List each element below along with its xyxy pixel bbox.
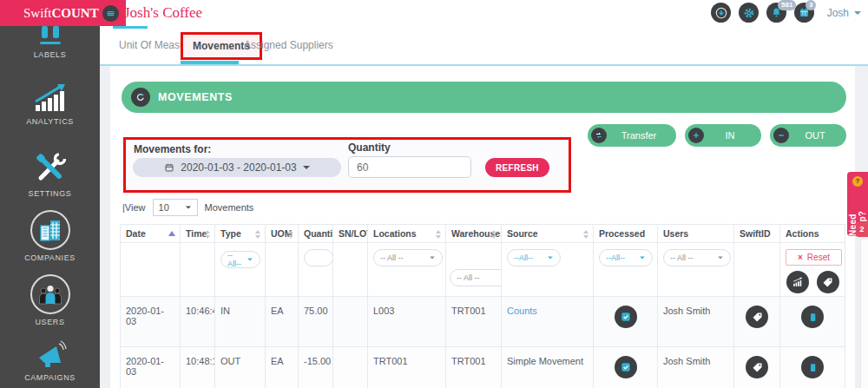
table-row[interactable]: 2020-01-03 10:46:41 IN EA 75.00 L003 TRT…	[121, 297, 845, 347]
col-quantity[interactable]: Quantity	[299, 225, 333, 243]
col-source[interactable]: Source	[502, 225, 594, 243]
active-tab-underline	[181, 61, 239, 64]
calendar-count-badge: 3	[806, 0, 816, 10]
movement-action-buttons: Transfer IN OUT	[588, 124, 846, 147]
cell-uom: EA	[266, 347, 299, 388]
transfer-label: Transfer	[607, 130, 676, 141]
movements-section-header: MOVEMENTS	[122, 82, 846, 113]
page-size-value: 10	[159, 202, 169, 213]
cell-quantity: 75.00	[299, 297, 333, 347]
sidebar-item-campaigns[interactable]: CAMPAIGNS	[0, 339, 100, 382]
reset-filters-button[interactable]: ×Reset	[786, 249, 842, 266]
view-unit-label: Movements	[205, 202, 254, 213]
tab-bar: Unit Of Measure Movements Assigned Suppl…	[100, 26, 868, 66]
sidebar-item-label: LABELS	[0, 50, 100, 59]
calendar-icon[interactable]: 3	[794, 3, 814, 23]
page-size-select[interactable]: 10	[153, 199, 198, 216]
view-controls: |View 10 Movements	[122, 199, 253, 216]
transfer-arrows-icon	[591, 128, 607, 143]
sidebar-item-analytics[interactable]: ANALYTICS	[0, 81, 100, 126]
chevron-down-icon	[303, 166, 310, 169]
settings-tools-icon	[0, 149, 100, 186]
notifications-bell-icon[interactable]: 581	[766, 3, 786, 23]
table-row[interactable]: 2020-01-03 10:48:10 OUT EA -15.00 TRT001…	[121, 347, 845, 388]
sidebar-item-label: COMPANIES	[0, 253, 100, 262]
quantity-filter-input[interactable]	[304, 249, 333, 266]
col-users[interactable]: Users	[658, 225, 734, 243]
scrollbar-track[interactable]	[860, 240, 868, 388]
locations-filter-dropdown[interactable]: -- All --	[373, 249, 443, 266]
swiftid-tag-icon[interactable]	[746, 356, 768, 378]
main-area: Unit Of Measure Movements Assigned Suppl…	[100, 26, 868, 388]
users-filter-dropdown[interactable]: -- All --	[663, 249, 731, 266]
sort-asc-icon	[168, 231, 175, 236]
cell-users: Josh Smith	[658, 297, 734, 347]
sidebar-item-settings[interactable]: SETTINGS	[0, 149, 100, 198]
bulk-action-icons	[786, 271, 839, 293]
refresh-button[interactable]: REFRESH	[485, 158, 549, 177]
sidebar-nav: LABELS ANALYTICS SETTINGS COMPANIES USER…	[0, 26, 100, 388]
top-icon-group: 581 3	[711, 3, 814, 23]
tab-assigned-suppliers[interactable]: Assigned Suppliers	[244, 26, 333, 64]
sidebar-item-label: CAMPAIGNS	[0, 373, 100, 382]
content-card: MOVEMENTS Transfer IN	[110, 66, 855, 388]
device-action-icon[interactable]	[801, 306, 824, 328]
chevron-down-icon	[548, 257, 553, 260]
chevron-down-icon	[718, 257, 723, 260]
source-filter-dropdown[interactable]: --All--	[507, 249, 561, 266]
quantity-input[interactable]	[348, 156, 471, 178]
swiftid-tag-icon[interactable]	[746, 306, 768, 328]
help-dot-icon: ?	[852, 176, 863, 187]
sidebar-item-label: ANALYTICS	[0, 117, 100, 126]
sort-icon	[255, 230, 261, 239]
sort-icon	[436, 230, 442, 239]
sidebar-item-users[interactable]: USERS	[0, 274, 100, 326]
top-bar: SwiftCOUNT Josh's Coffee 581 3 J	[0, 0, 868, 26]
sort-icon	[491, 230, 497, 239]
chevron-down-icon	[247, 259, 253, 261]
processed-filter-dropdown[interactable]: --All--	[599, 249, 653, 266]
chevron-down-icon	[854, 11, 861, 15]
company-switcher[interactable]: Josh's Coffee	[102, 0, 202, 26]
movements-table: Date Time Type UOM Quantity SN/LOT# Loca…	[120, 224, 845, 388]
sidebar-item-labels[interactable]: LABELS	[0, 26, 100, 59]
cell-date: 2020-01-03	[121, 347, 181, 388]
analytics-report-icon[interactable]	[786, 271, 809, 293]
gear-icon[interactable]	[739, 3, 759, 23]
labels-tag-icon[interactable]	[817, 271, 839, 293]
cell-date: 2020-01-03	[121, 297, 181, 347]
col-type[interactable]: Type	[215, 225, 266, 243]
col-time[interactable]: Time	[181, 225, 215, 243]
col-locations[interactable]: Locations	[368, 225, 446, 243]
cell-type: OUT	[215, 347, 266, 388]
transfer-button[interactable]: Transfer	[588, 124, 676, 147]
col-processed[interactable]: Processed	[594, 225, 658, 243]
out-button[interactable]: OUT	[770, 124, 846, 147]
warehouses-filter-dropdown[interactable]: -- All --	[450, 269, 502, 286]
col-actions[interactable]: Actions	[780, 225, 845, 243]
col-swiftid[interactable]: SwiftID	[734, 225, 780, 243]
col-uom[interactable]: UOM	[266, 225, 299, 243]
sort-icon	[583, 230, 589, 239]
cell-snlot	[333, 297, 368, 347]
in-button[interactable]: IN	[685, 124, 761, 147]
loading-progress-bar	[113, 26, 148, 29]
processed-check-icon	[615, 306, 637, 328]
col-snlot[interactable]: SN/LOT#	[333, 225, 368, 243]
user-name: Josh	[827, 7, 849, 19]
device-action-icon[interactable]	[801, 356, 824, 378]
sidebar-item-companies[interactable]: COMPANIES	[0, 210, 100, 262]
col-date[interactable]: Date	[121, 225, 181, 243]
download-icon[interactable]	[711, 3, 731, 23]
sidebar-item-label: SETTINGS	[0, 189, 100, 198]
user-menu[interactable]: Josh	[827, 0, 861, 26]
x-icon: ×	[798, 253, 803, 262]
tab-movements[interactable]: Movements	[193, 40, 250, 52]
date-range-picker[interactable]: 2020-01-03 - 2020-01-03	[133, 158, 341, 177]
processed-check-icon	[615, 356, 637, 378]
source-link[interactable]: Counts	[507, 306, 537, 316]
col-warehouses[interactable]: Warehouses	[446, 225, 502, 243]
type-filter-dropdown[interactable]: --All--	[220, 251, 260, 268]
plus-circle-icon	[688, 128, 704, 143]
minus-circle-icon	[773, 128, 789, 143]
